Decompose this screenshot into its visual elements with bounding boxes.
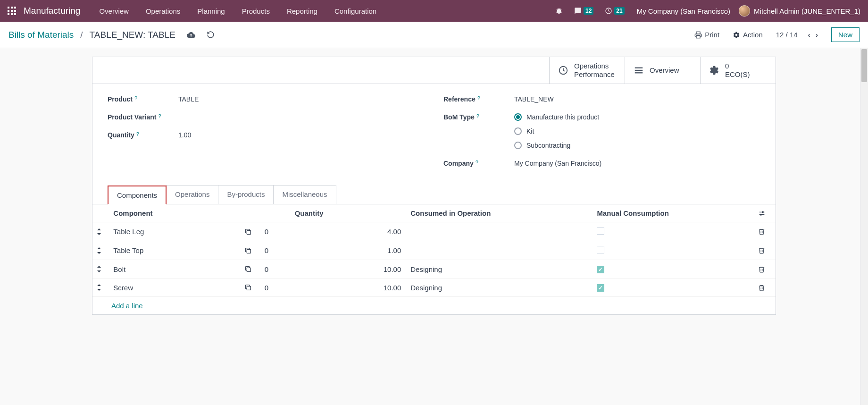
discard-icon[interactable] — [207, 31, 215, 39]
smart-overview[interactable]: Overview — [625, 57, 700, 84]
extra-col[interactable]: 0 — [261, 222, 291, 241]
delete-row-icon[interactable] — [758, 284, 767, 291]
radio-manufacture[interactable]: Manufacture this product — [514, 113, 599, 121]
manual-checkbox[interactable] — [597, 227, 604, 235]
chat-badge: 12 — [584, 7, 593, 15]
manual-cell[interactable] — [593, 260, 754, 278]
component-name[interactable]: Table Top — [109, 241, 241, 260]
qty-cell[interactable]: 1.00 — [291, 241, 407, 260]
table-row[interactable]: Screw 0 10.00 Designing — [92, 278, 776, 297]
table-row[interactable]: Bolt 0 10.00 Designing — [92, 260, 776, 278]
bug-icon[interactable] — [555, 7, 563, 15]
nav-products[interactable]: Products — [235, 3, 276, 19]
consumed-cell[interactable] — [407, 241, 593, 260]
ops-perf-line2: Performance — [574, 70, 615, 79]
th-consumed[interactable]: Consumed in Operation — [407, 204, 593, 222]
scrollbar[interactable] — [860, 48, 868, 405]
drag-handle-icon[interactable] — [92, 278, 109, 297]
extra-col[interactable]: 0 — [261, 278, 291, 297]
manual-checkbox[interactable] — [597, 266, 604, 273]
chat-icon[interactable]: 12 — [574, 7, 593, 15]
scrollbar-thumb[interactable] — [861, 49, 867, 82]
activity-icon[interactable]: 21 — [605, 7, 624, 15]
pager-next[interactable]: › — [816, 31, 818, 39]
qty-cell[interactable]: 10.00 — [291, 278, 407, 297]
action-label: Action — [743, 31, 763, 39]
manual-cell[interactable] — [593, 278, 754, 297]
copy-icon[interactable] — [241, 222, 261, 241]
th-manual[interactable]: Manual Consumption — [593, 204, 754, 222]
radio-subcontracting[interactable]: Subcontracting — [514, 142, 599, 149]
drag-handle-icon[interactable] — [92, 241, 109, 260]
table-row[interactable]: Table Top 0 1.00 — [92, 241, 776, 260]
action-button[interactable]: Action — [733, 31, 763, 39]
manual-cell[interactable] — [593, 241, 754, 260]
th-component[interactable]: Component — [109, 204, 241, 222]
nav-configuration[interactable]: Configuration — [328, 3, 383, 19]
help-icon[interactable]: ? — [134, 95, 137, 101]
component-name[interactable]: Bolt — [109, 260, 241, 278]
help-icon[interactable]: ? — [136, 131, 139, 137]
pager-prev[interactable]: ‹ — [808, 31, 810, 39]
reference-value[interactable]: TABLE_NEW — [514, 95, 554, 103]
help-icon[interactable]: ? — [477, 95, 480, 101]
pager-count[interactable]: 12 / 14 — [776, 31, 798, 39]
apps-icon[interactable] — [8, 7, 16, 15]
consumed-cell[interactable]: Designing — [407, 278, 593, 297]
smart-ecos[interactable]: 0 ECO(S) — [700, 57, 776, 84]
copy-icon[interactable] — [241, 260, 261, 278]
consumed-cell[interactable]: Designing — [407, 260, 593, 278]
form-grid: Product? TABLE Product Variant? Quantity… — [92, 84, 776, 181]
breadcrumb-root[interactable]: Bills of Materials — [8, 30, 74, 40]
help-icon[interactable]: ? — [158, 113, 161, 119]
help-icon[interactable]: ? — [476, 113, 479, 119]
quantity-value[interactable]: 1.00 — [178, 131, 191, 139]
add-line-button[interactable]: Add a line — [92, 297, 776, 314]
copy-icon[interactable] — [241, 278, 261, 297]
svg-rect-1 — [696, 35, 700, 38]
component-name[interactable]: Table Leg — [109, 222, 241, 241]
qty-cell[interactable]: 4.00 — [291, 222, 407, 241]
field-quantity: Quantity? 1.00 — [108, 131, 425, 139]
tab-components[interactable]: Components — [108, 186, 167, 204]
save-icon[interactable] — [187, 31, 195, 39]
module-brand[interactable]: Manufacturing — [24, 6, 80, 16]
nav-reporting[interactable]: Reporting — [280, 3, 324, 19]
drag-handle-icon[interactable] — [92, 222, 109, 241]
clock-icon — [558, 65, 568, 76]
svg-point-9 — [760, 214, 762, 215]
manual-checkbox[interactable] — [597, 284, 604, 292]
tab-miscellaneous[interactable]: Miscellaneous — [273, 185, 336, 204]
th-quantity[interactable]: Quantity — [291, 204, 407, 222]
smart-operations-performance[interactable]: Operations Performance — [549, 57, 625, 84]
tab-byproducts[interactable]: By-products — [218, 185, 274, 204]
company-switcher[interactable]: My Company (San Francisco) — [637, 7, 730, 15]
nav-planning[interactable]: Planning — [191, 3, 231, 19]
table-row[interactable]: Table Leg 0 4.00 — [92, 222, 776, 241]
print-button[interactable]: Print — [694, 31, 719, 39]
tab-operations[interactable]: Operations — [166, 185, 218, 204]
options-toggle-icon[interactable] — [758, 210, 767, 217]
company-value[interactable]: My Company (San Francisco) — [514, 160, 601, 167]
manual-cell[interactable] — [593, 222, 754, 241]
drag-handle-icon[interactable] — [92, 260, 109, 278]
delete-row-icon[interactable] — [758, 266, 767, 273]
product-value[interactable]: TABLE — [178, 95, 199, 103]
manual-checkbox[interactable] — [597, 246, 604, 253]
field-product: Product? TABLE — [108, 95, 425, 103]
extra-col[interactable]: 0 — [261, 241, 291, 260]
user-menu[interactable]: Mitchell Admin (JUNE_ENTER_1) — [739, 5, 860, 17]
consumed-cell[interactable] — [407, 222, 593, 241]
delete-row-icon[interactable] — [758, 247, 767, 254]
nav-overview[interactable]: Overview — [92, 3, 135, 19]
radio-kit[interactable]: Kit — [514, 127, 599, 135]
qty-cell[interactable]: 10.00 — [291, 260, 407, 278]
help-icon[interactable]: ? — [476, 160, 478, 165]
delete-row-icon[interactable] — [758, 228, 767, 235]
new-button[interactable]: New — [831, 27, 860, 42]
extra-col[interactable]: 0 — [261, 260, 291, 278]
copy-icon[interactable] — [241, 241, 261, 260]
component-name[interactable]: Screw — [109, 278, 241, 297]
radio-label: Manufacture this product — [526, 113, 599, 121]
nav-operations[interactable]: Operations — [139, 3, 187, 19]
